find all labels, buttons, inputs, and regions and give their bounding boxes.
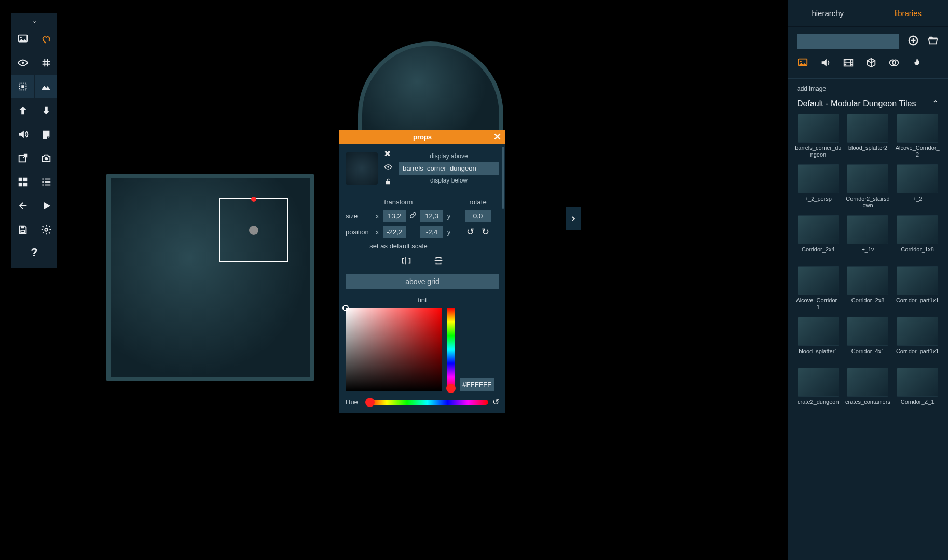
- reset-hue-icon[interactable]: ↺: [492, 397, 499, 407]
- hue-strip-handle[interactable]: [446, 384, 456, 393]
- library-item[interactable]: Corridor_2x4: [795, 215, 842, 264]
- export-tool-icon[interactable]: [11, 147, 34, 170]
- hex-input[interactable]: [460, 378, 494, 391]
- svg-point-11: [42, 178, 44, 180]
- svg-rect-21: [386, 181, 390, 184]
- prop-name-input[interactable]: [399, 162, 499, 175]
- library-item[interactable]: crates_containers: [845, 368, 891, 416]
- svg-point-13: [42, 184, 44, 186]
- visibility-icon[interactable]: [384, 163, 392, 173]
- library-item[interactable]: crate2_dungeon: [795, 368, 842, 416]
- rotate-cw-icon[interactable]: ↻: [482, 226, 489, 237]
- settings-icon[interactable]: [35, 218, 57, 241]
- filter-sound-icon[interactable]: [820, 57, 831, 71]
- delete-icon[interactable]: ✖: [384, 149, 392, 159]
- library-item[interactable]: blood_splatter1: [795, 317, 842, 366]
- save-icon[interactable]: [11, 218, 34, 241]
- sv-handle[interactable]: [342, 305, 349, 311]
- library-thumb: [798, 368, 839, 397]
- size-y-input[interactable]: [420, 210, 443, 222]
- tab-libraries[interactable]: libraries: [868, 9, 949, 18]
- collapse-library-icon[interactable]: [566, 207, 581, 230]
- library-item[interactable]: Corridor_1x8: [894, 215, 941, 264]
- arrow-down-icon[interactable]: [35, 99, 57, 122]
- hue-slider-handle[interactable]: [365, 398, 375, 407]
- library-item-label: +_2: [913, 195, 923, 209]
- above-grid-button[interactable]: above grid: [346, 274, 499, 289]
- transform-section-label: transform: [384, 198, 413, 206]
- link-aspect-icon[interactable]: [409, 211, 417, 221]
- size-x-input[interactable]: [383, 210, 406, 222]
- filter-fire-icon[interactable]: [911, 57, 923, 71]
- library-pack-title: Default - Modular Dungeon Tiles: [797, 99, 916, 108]
- props-scrollbar[interactable]: [502, 147, 504, 209]
- svg-point-19: [45, 228, 48, 231]
- flip-horizontal-icon[interactable]: [401, 255, 412, 269]
- group-tool-icon[interactable]: [11, 75, 34, 98]
- library-thumb: [897, 164, 938, 193]
- eye-tool-icon[interactable]: [11, 51, 34, 74]
- filter-3d-icon[interactable]: [865, 57, 877, 71]
- display-above-label[interactable]: display above: [430, 152, 468, 160]
- hue-slider[interactable]: [366, 400, 488, 405]
- hue-strip[interactable]: [447, 308, 455, 391]
- help-icon[interactable]: ?: [31, 241, 37, 264]
- close-icon[interactable]: ✕: [493, 131, 501, 143]
- flip-vertical-icon[interactable]: [433, 255, 444, 269]
- camera-tool-icon[interactable]: [35, 147, 57, 170]
- library-item[interactable]: Corridor_4x1: [845, 317, 891, 366]
- map-room-round[interactable]: [358, 41, 503, 140]
- library-item[interactable]: +_1v: [845, 215, 891, 264]
- note-tool-icon[interactable]: [35, 123, 57, 146]
- svg-rect-15: [45, 181, 50, 183]
- add-image-button[interactable]: add image: [788, 79, 948, 96]
- filter-layers-icon[interactable]: [888, 57, 900, 71]
- filter-video-icon[interactable]: [843, 57, 854, 71]
- play-icon[interactable]: [35, 194, 57, 217]
- display-below-label[interactable]: display below: [430, 177, 468, 184]
- list-tool-icon[interactable]: [35, 171, 57, 193]
- rotate-ccw-icon[interactable]: ↺: [466, 226, 474, 237]
- svg-rect-10: [23, 183, 26, 186]
- library-item-label: crates_containers: [845, 399, 890, 412]
- library-item[interactable]: +_2: [894, 164, 941, 213]
- library-item[interactable]: Alcove_Corridor_1: [795, 266, 842, 315]
- library-thumb: [798, 215, 839, 244]
- library-item[interactable]: Corridor_part1x1: [894, 317, 941, 366]
- selection-bounds[interactable]: [219, 198, 288, 262]
- back-icon[interactable]: [11, 194, 34, 217]
- image-tool-icon[interactable]: [11, 27, 34, 50]
- svg-rect-7: [18, 178, 22, 181]
- sound-tool-icon[interactable]: [11, 123, 34, 146]
- lock-icon[interactable]: [384, 177, 392, 188]
- library-search-input[interactable]: [797, 34, 899, 49]
- move-handle[interactable]: [249, 226, 258, 235]
- toolbar-collapse-icon[interactable]: ⌄: [11, 17, 57, 27]
- library-item[interactable]: Alcove_Corridor_2: [894, 114, 941, 162]
- filter-image-icon[interactable]: [797, 57, 808, 71]
- pos-y-input[interactable]: [420, 226, 443, 238]
- library-item[interactable]: Corridor_Z_1: [894, 368, 941, 416]
- music-tool-icon[interactable]: [35, 27, 57, 50]
- svg-rect-4: [21, 85, 24, 88]
- dashboard-tool-icon[interactable]: [11, 171, 34, 193]
- open-folder-icon[interactable]: [927, 35, 939, 49]
- library-item[interactable]: Corridor_2x8: [845, 266, 891, 315]
- pos-x-input[interactable]: [383, 226, 406, 238]
- set-default-scale-button[interactable]: set as default scale: [346, 242, 451, 250]
- library-item[interactable]: Corridor2_stairsdown: [845, 164, 891, 213]
- grid-tool-icon[interactable]: [35, 51, 57, 74]
- terrain-tool-icon[interactable]: [35, 75, 57, 98]
- library-item[interactable]: blood_splatter2: [845, 114, 891, 162]
- add-library-icon[interactable]: [908, 35, 919, 49]
- tab-hierarchy[interactable]: hierarchy: [788, 9, 868, 18]
- rotate-input[interactable]: [465, 210, 491, 222]
- library-item[interactable]: barrels_corner_dungeon: [795, 114, 842, 162]
- library-item[interactable]: Corridor_part1x1: [894, 266, 941, 315]
- rotate-handle[interactable]: [251, 197, 256, 202]
- arrow-up-icon[interactable]: [11, 99, 34, 122]
- library-pack-header[interactable]: Default - Modular Dungeon Tiles ⌃: [788, 96, 948, 114]
- library-item[interactable]: +_2_persp: [795, 164, 842, 213]
- saturation-value-picker[interactable]: [346, 308, 442, 391]
- props-header[interactable]: props ✕: [339, 130, 505, 144]
